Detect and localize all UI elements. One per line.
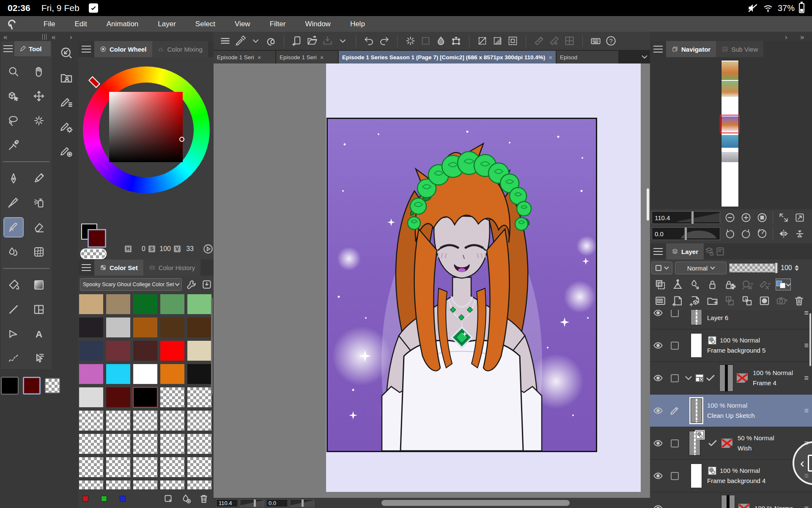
tool-pen-nib[interactable] — [4, 169, 23, 188]
document-tab-4[interactable]: Episod — [557, 51, 618, 64]
full-screen-icon[interactable] — [794, 212, 805, 223]
quick-color-3[interactable] — [120, 496, 126, 502]
layer-color-select[interactable] — [776, 279, 791, 290]
tool-ink-brush[interactable] — [4, 193, 23, 212]
layer-name[interactable]: Layer 6 — [707, 313, 747, 323]
colorset-tab-color-history[interactable]: Color History — [143, 260, 201, 276]
swatch-r4c1[interactable] — [79, 364, 103, 384]
opacity-slider[interactable] — [729, 263, 778, 273]
swatch-r7c4[interactable] — [160, 434, 184, 454]
swatch-r4c4[interactable] — [160, 364, 184, 384]
tool-zoom-tool[interactable] — [4, 62, 23, 81]
chev-down-big-icon[interactable] — [683, 373, 694, 384]
document-tab-1[interactable]: Episode 1 Seri× — [214, 51, 275, 64]
drag-handle-icon[interactable] — [42, 34, 47, 40]
pen-settings-icon[interactable] — [235, 35, 246, 47]
clip-swirl-icon[interactable] — [265, 35, 277, 47]
rotate-reset-icon[interactable] — [757, 228, 768, 239]
eye-icon[interactable] — [653, 470, 664, 481]
layer-thumbnail[interactable] — [689, 431, 700, 456]
swatch-r3c2[interactable] — [106, 341, 130, 361]
replace-color-icon[interactable] — [163, 493, 174, 504]
close-tab-icon[interactable]: × — [320, 54, 324, 61]
menu-help[interactable]: Help — [340, 16, 375, 32]
transparent-swatch[interactable] — [80, 248, 107, 259]
fit-screen-icon[interactable] — [778, 212, 789, 223]
zoom-slider[interactable] — [240, 499, 264, 507]
eye-icon[interactable] — [653, 503, 664, 508]
menu-edit[interactable]: Edit — [65, 16, 96, 32]
save-icon[interactable] — [322, 35, 333, 47]
swatch-r2c4[interactable] — [160, 318, 184, 337]
tab-tool[interactable]: Tool — [14, 41, 51, 56]
canvas-artwork[interactable] — [326, 118, 597, 452]
swatch-r8c5[interactable] — [187, 457, 211, 477]
layer-checkbox[interactable] — [671, 472, 679, 480]
clear-burst-icon[interactable] — [405, 35, 416, 47]
layer-thumbnail[interactable] — [721, 495, 735, 508]
menu-select[interactable]: Select — [186, 16, 225, 32]
swatch-r2c3[interactable] — [133, 318, 157, 337]
swatch-r6c4[interactable] — [160, 411, 184, 431]
s-value[interactable]: 100 — [158, 245, 171, 253]
swatch-r2c2[interactable] — [106, 318, 130, 337]
nav-tab-navigator[interactable]: Navigator — [666, 41, 716, 57]
new-folder-icon[interactable] — [706, 295, 719, 307]
swatch-r7c2[interactable] — [106, 434, 130, 454]
menu-window[interactable]: Window — [295, 16, 340, 32]
sub-tool-detail-icon[interactable] — [60, 95, 73, 109]
opacity-value[interactable]: 100 — [781, 264, 792, 272]
quick-color-1[interactable] — [82, 496, 88, 502]
close-tab-icon[interactable]: × — [258, 54, 261, 61]
transparent-color-chip[interactable] — [45, 378, 60, 393]
stop-circle-icon[interactable] — [757, 212, 768, 223]
transfer-down-icon[interactable] — [724, 295, 736, 307]
swatch-r1c5[interactable] — [187, 294, 211, 314]
merge-down-icon[interactable] — [741, 295, 753, 307]
lock-alpha-icon[interactable] — [724, 279, 736, 291]
navigator-preview[interactable] — [721, 61, 738, 207]
layer-checkbox[interactable] — [671, 342, 679, 350]
swatch-r8c3[interactable] — [133, 457, 157, 477]
menu-icon[interactable] — [219, 35, 231, 47]
swatch-r1c1[interactable] — [79, 294, 103, 314]
rotate-right-icon[interactable] — [741, 228, 752, 239]
swatch-r8c4[interactable] — [160, 457, 184, 477]
document-tab-2[interactable]: Episode 1 Seri× — [276, 51, 338, 64]
tool-correct-line[interactable] — [4, 349, 23, 368]
layer-row-frame-background-5[interactable]: 100 % NormalFrame background 5≡ — [650, 329, 812, 362]
collapse-substrip-icon[interactable]: « — [52, 33, 55, 41]
tool-marker-pen[interactable] — [30, 169, 48, 188]
layer-panel-menu-icon[interactable] — [653, 248, 663, 255]
document-tab-3[interactable]: Episode 1 Series Season 1 (Page 7) [Comi… — [339, 51, 556, 64]
swatch-r5c2[interactable] — [106, 387, 130, 407]
sv-square[interactable] — [109, 92, 183, 162]
collapse-left-icon[interactable]: « — [3, 33, 7, 41]
nav-tab-sub-view[interactable]: Sub View — [716, 41, 763, 57]
canvas-area[interactable] — [214, 64, 650, 498]
h-value[interactable]: 0 — [134, 245, 145, 253]
lock-icon[interactable] — [706, 279, 719, 291]
color-tab-color-wheel[interactable]: Color Wheel — [94, 41, 152, 57]
layerprop-tab-icon[interactable] — [704, 246, 715, 257]
snap-ruler-icon[interactable] — [533, 35, 545, 47]
sv-marker[interactable] — [179, 137, 184, 142]
swatch-r3c3[interactable] — [133, 341, 157, 361]
chev-down-icon[interactable] — [250, 35, 261, 47]
invert-select-icon[interactable] — [492, 35, 503, 47]
flip-h-icon[interactable] — [778, 228, 789, 239]
tool-record-icon[interactable] — [60, 144, 73, 158]
eye-icon[interactable] — [653, 310, 664, 318]
swatch-r6c2[interactable] — [106, 411, 130, 431]
layer-name[interactable]: Frame background 5 — [707, 345, 765, 356]
ruler-off-icon[interactable] — [758, 279, 771, 291]
eye-icon[interactable] — [653, 405, 664, 416]
swatch-r1c3[interactable] — [133, 294, 157, 314]
menu-animation[interactable]: Animation — [97, 16, 148, 32]
open-file-icon[interactable] — [307, 35, 318, 47]
color-set-menu-icon[interactable] — [82, 264, 91, 271]
menu-layer[interactable]: Layer — [148, 16, 186, 32]
list-opts-icon[interactable] — [654, 295, 667, 307]
select-rect-icon[interactable] — [420, 35, 431, 47]
new-raster-icon[interactable] — [672, 295, 684, 307]
